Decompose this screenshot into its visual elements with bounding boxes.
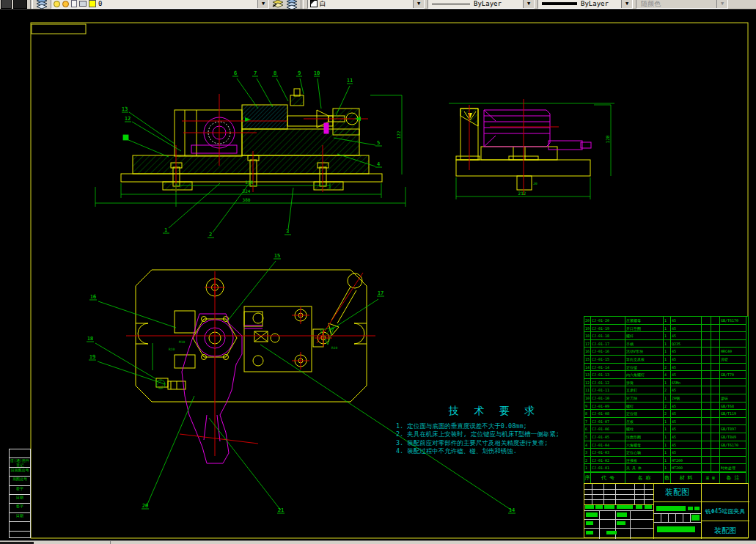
side-view: 212 128 20 — [449, 99, 614, 199]
part-material: 45 — [671, 364, 702, 372]
margin-table-row: 日期 — [10, 513, 30, 522]
part-note: 淬硬 — [720, 356, 746, 364]
part-code: CJ-01-09 — [591, 403, 625, 411]
part-note: GB/T119 — [720, 410, 746, 418]
tech-requirement-item: 2. 夹具在机床上安装时, 定位键应与机床T型槽一侧靠紧; — [396, 430, 576, 438]
svg-text:9: 9 — [298, 70, 301, 76]
tech-requirements-title: 技 术 要 求 — [449, 405, 576, 418]
part-note: GB/T70 — [720, 371, 746, 379]
svg-text:R10: R10 — [169, 348, 175, 351]
part-name: 定位键 — [625, 364, 664, 372]
part-weight-unit — [702, 317, 711, 325]
svg-text:16: 16 — [90, 294, 96, 300]
part-no: 3 — [584, 449, 591, 457]
part-weight-unit — [702, 325, 711, 333]
part-code: CJ-01-11 — [591, 386, 625, 394]
part-qty: 1 — [664, 425, 671, 433]
part-code: CJ-01-13 — [591, 371, 625, 379]
part-weight-total — [711, 386, 720, 394]
part-material: 45 — [671, 410, 702, 418]
part-name: 压紧螺母 — [625, 317, 664, 325]
part-qty: 1 — [664, 464, 671, 472]
svg-text:21: 21 — [278, 507, 284, 513]
parts-list-rows: 20 CJ-01-20 压紧螺母 1 45 GB/T6170 19 CJ-01-… — [584, 317, 748, 472]
part-weight-total — [711, 425, 720, 433]
part-no: 11 — [584, 386, 591, 394]
part-weight-total — [711, 403, 720, 411]
part-weight-total — [711, 348, 720, 356]
part-code: CJ-01-16 — [591, 348, 625, 356]
part-qty: 1 — [664, 317, 671, 325]
part-qty: 1 — [664, 325, 671, 333]
technical-requirements: 技 术 要 求 1. 定位面与底面的垂直度误差不大于0.08mm; 2. 夹具在… — [396, 405, 576, 456]
margin-signature-table: 借(通)用件登记旧底图总号底图总号签字日期签字日期 — [9, 449, 31, 538]
part-weight-unit — [702, 364, 711, 372]
part-material: Q235 — [671, 340, 702, 348]
part-weight-unit — [702, 356, 711, 364]
header-no: 序 — [584, 472, 591, 483]
part-qty: 1 — [664, 449, 671, 457]
part-name: 螺柱 — [625, 425, 664, 433]
part-qty: 1 — [664, 332, 671, 340]
part-name: 球面垫圈 — [625, 433, 664, 441]
part-note — [720, 457, 746, 465]
part-code: CJ-01-12 — [591, 379, 625, 387]
part-name: 定位销 — [625, 410, 664, 418]
part-material: 45 — [671, 317, 702, 325]
part-code: CJ-01-03 — [591, 449, 625, 457]
part-name: 螺杆 — [625, 332, 664, 340]
part-weight-unit — [702, 457, 711, 465]
part-no: 8 — [584, 410, 591, 418]
part-code: CJ-01-18 — [591, 332, 625, 340]
part-weight-total — [711, 410, 720, 418]
part-weight-unit — [702, 425, 711, 433]
part-no: 15 — [584, 356, 591, 364]
svg-text:14: 14 — [509, 507, 515, 513]
part-material: 45 — [671, 325, 702, 333]
part-qty: 2 — [664, 364, 671, 372]
part-no: 13 — [584, 371, 591, 379]
tech-requirement-item: 4. 装配过程中不允许磕、碰、划伤和锈蚀. — [396, 447, 576, 455]
part-weight-unit — [702, 348, 711, 356]
part-material: 45 — [671, 449, 702, 457]
part-qty: 1 — [664, 418, 671, 426]
part-note — [720, 340, 746, 348]
part-name: 导向支承板 — [625, 356, 664, 364]
part-weight-unit — [702, 403, 711, 411]
part-name: 六角螺母 — [625, 441, 664, 449]
svg-text:5: 5 — [377, 140, 380, 146]
svg-text:8: 8 — [274, 70, 276, 76]
parts-list-table: 20 CJ-01-20 压紧螺母 1 45 GB/T6170 19 CJ-01-… — [584, 316, 749, 484]
part-weight-total — [711, 441, 720, 449]
part-qty: 1 — [664, 356, 671, 364]
margin-table-row: 签字 — [10, 486, 30, 495]
svg-text:17: 17 — [378, 290, 383, 296]
margin-table-row: 借(通)用件登记 — [10, 458, 30, 467]
part-material: 45 — [671, 332, 702, 340]
part-name: 螺钉 — [625, 403, 664, 411]
tech-requirement-item: 3. 装配前应对零部件的主要尺寸及相关精度进行复查; — [396, 439, 576, 447]
part-weight-total — [711, 371, 720, 379]
svg-text:1: 1 — [164, 227, 167, 233]
part-code: CJ-01-14 — [591, 364, 625, 372]
part-name: 压板 — [625, 418, 664, 426]
part-note: GB/T849 — [720, 433, 746, 441]
header-note: 备 注 — [720, 472, 746, 483]
margin-table-row: 底图总号 — [10, 477, 30, 485]
part-no: 4 — [584, 441, 591, 449]
part-no: 19 — [584, 325, 591, 333]
part-weight-unit — [702, 379, 711, 387]
part-material: HT200 — [671, 464, 702, 472]
svg-text:7: 7 — [254, 70, 257, 76]
part-no: 10 — [584, 394, 591, 403]
part-no: 7 — [584, 418, 591, 426]
part-no: 1 — [584, 464, 591, 472]
tech-requirement-item: 1. 定位面与底面的垂直度误差不大于0.08mm; — [396, 422, 576, 430]
part-note — [720, 332, 746, 340]
part-qty: 1 — [664, 379, 671, 387]
svg-text:11: 11 — [347, 78, 353, 84]
part-note: 渗碳 — [720, 394, 746, 403]
svg-text:12: 12 — [125, 116, 131, 122]
part-weight-unit — [702, 433, 711, 441]
part-weight-unit — [702, 386, 711, 394]
